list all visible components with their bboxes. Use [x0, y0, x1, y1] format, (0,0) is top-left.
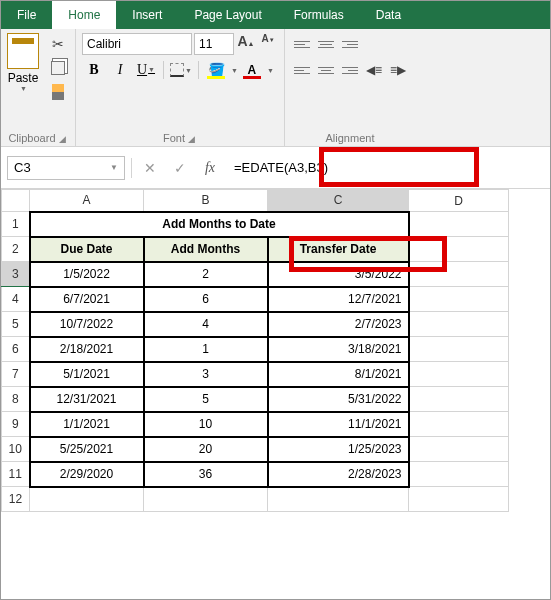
- row-header[interactable]: 6: [2, 337, 30, 362]
- cell[interactable]: [30, 487, 144, 512]
- cell[interactable]: 3/18/2021: [268, 337, 409, 362]
- cell[interactable]: 12/7/2021: [268, 287, 409, 312]
- cell[interactable]: 5/25/2021: [30, 437, 144, 462]
- cell[interactable]: [268, 487, 409, 512]
- align-right-button[interactable]: [339, 59, 361, 81]
- row-header[interactable]: 12: [2, 487, 30, 512]
- cell-title[interactable]: Add Months to Date: [30, 212, 409, 237]
- borders-button[interactable]: ▼: [169, 59, 193, 81]
- format-painter-button[interactable]: [47, 81, 69, 103]
- cell[interactable]: 1/5/2022: [30, 262, 144, 287]
- cell[interactable]: 10: [144, 412, 268, 437]
- paste-button[interactable]: Paste ▼: [7, 33, 39, 92]
- row-header[interactable]: 8: [2, 387, 30, 412]
- cell[interactable]: 6: [144, 287, 268, 312]
- fill-color-button[interactable]: 🪣: [204, 59, 228, 81]
- column-header-c[interactable]: C: [268, 190, 409, 212]
- row-header[interactable]: 1: [2, 212, 30, 237]
- tab-data[interactable]: Data: [360, 1, 417, 29]
- decrease-indent-button[interactable]: ◀≡: [363, 59, 385, 81]
- cell[interactable]: 5/31/2022: [268, 387, 409, 412]
- row-header[interactable]: 4: [2, 287, 30, 312]
- insert-function-button[interactable]: fx: [198, 156, 222, 180]
- underline-button[interactable]: U▼: [134, 59, 158, 81]
- row-header[interactable]: 7: [2, 362, 30, 387]
- cell[interactable]: 6/7/2021: [30, 287, 144, 312]
- cell[interactable]: 1: [144, 337, 268, 362]
- cell[interactable]: 2/29/2020: [30, 462, 144, 487]
- align-top-button[interactable]: [291, 33, 313, 55]
- cell[interactable]: 2: [144, 262, 268, 287]
- formula-input[interactable]: =EDATE(A3,B3): [228, 156, 544, 180]
- cell[interactable]: 5: [144, 387, 268, 412]
- cell[interactable]: [409, 287, 509, 312]
- align-center-button[interactable]: [315, 59, 337, 81]
- cut-button[interactable]: ✂: [47, 33, 69, 55]
- formula-bar: C3▼ ✕ ✓ fx =EDATE(A3,B3) ↓: [1, 147, 550, 189]
- font-size-input[interactable]: [194, 33, 234, 55]
- cell[interactable]: 1/25/2023: [268, 437, 409, 462]
- cell[interactable]: [409, 212, 509, 237]
- cell[interactable]: [409, 262, 509, 287]
- column-header-d[interactable]: D: [409, 190, 509, 212]
- cell[interactable]: 12/31/2021: [30, 387, 144, 412]
- enter-formula-button[interactable]: ✓: [168, 156, 192, 180]
- row-header[interactable]: 3: [2, 262, 30, 287]
- row-header[interactable]: 10: [2, 437, 30, 462]
- cell[interactable]: 4: [144, 312, 268, 337]
- cancel-formula-button[interactable]: ✕: [138, 156, 162, 180]
- font-dialog-launcher[interactable]: ◢: [188, 134, 197, 144]
- name-box[interactable]: C3▼: [7, 156, 125, 180]
- cell[interactable]: 8/1/2021: [268, 362, 409, 387]
- row-header[interactable]: 5: [2, 312, 30, 337]
- cell[interactable]: 20: [144, 437, 268, 462]
- cell-header[interactable]: Transfer Date: [268, 237, 409, 262]
- copy-button[interactable]: [47, 57, 69, 79]
- cell-header[interactable]: Due Date: [30, 237, 144, 262]
- row-header[interactable]: 9: [2, 412, 30, 437]
- cell[interactable]: 2/7/2023: [268, 312, 409, 337]
- tab-file[interactable]: File: [1, 1, 52, 29]
- tab-page-layout[interactable]: Page Layout: [178, 1, 277, 29]
- align-left-button[interactable]: [291, 59, 313, 81]
- decrease-font-button[interactable]: A▼: [258, 33, 278, 55]
- cell[interactable]: 2/18/2021: [30, 337, 144, 362]
- column-header-b[interactable]: B: [144, 190, 268, 212]
- cell[interactable]: 11/1/2021: [268, 412, 409, 437]
- cell-header[interactable]: Add Months: [144, 237, 268, 262]
- column-header-a[interactable]: A: [30, 190, 144, 212]
- cell[interactable]: 36: [144, 462, 268, 487]
- cell[interactable]: [144, 487, 268, 512]
- bold-button[interactable]: B: [82, 59, 106, 81]
- cell[interactable]: [409, 462, 509, 487]
- cell[interactable]: 1/1/2021: [30, 412, 144, 437]
- select-all-corner[interactable]: [2, 190, 30, 212]
- cell[interactable]: [409, 337, 509, 362]
- font-color-button[interactable]: A: [240, 59, 264, 81]
- cell[interactable]: [409, 487, 509, 512]
- font-name-input[interactable]: [82, 33, 192, 55]
- increase-font-button[interactable]: A▲: [236, 33, 256, 55]
- align-middle-button[interactable]: [315, 33, 337, 55]
- cell[interactable]: [409, 412, 509, 437]
- row-header[interactable]: 2: [2, 237, 30, 262]
- clipboard-dialog-launcher[interactable]: ◢: [59, 134, 68, 144]
- cell[interactable]: 10/7/2022: [30, 312, 144, 337]
- align-bottom-button[interactable]: [339, 33, 361, 55]
- cell[interactable]: [409, 362, 509, 387]
- cell[interactable]: [409, 437, 509, 462]
- tab-home[interactable]: Home: [52, 1, 116, 29]
- italic-button[interactable]: I: [108, 59, 132, 81]
- cell[interactable]: [409, 387, 509, 412]
- cell[interactable]: 5/1/2021: [30, 362, 144, 387]
- cell[interactable]: [409, 237, 509, 262]
- cell[interactable]: 3: [144, 362, 268, 387]
- tab-insert[interactable]: Insert: [116, 1, 178, 29]
- cell[interactable]: 3/5/2022: [268, 262, 409, 287]
- increase-indent-button[interactable]: ≡▶: [387, 59, 409, 81]
- tab-formulas[interactable]: Formulas: [278, 1, 360, 29]
- cell[interactable]: [409, 312, 509, 337]
- cell[interactable]: 2/28/2023: [268, 462, 409, 487]
- check-icon: ✓: [174, 160, 186, 176]
- row-header[interactable]: 11: [2, 462, 30, 487]
